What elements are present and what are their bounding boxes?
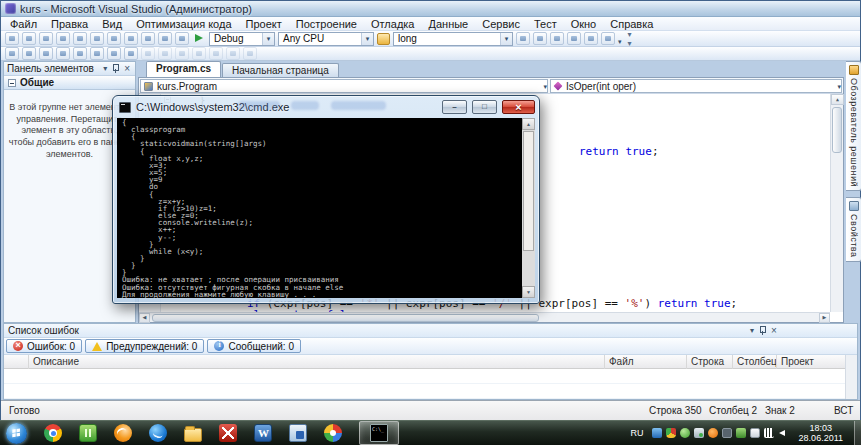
close-icon[interactable]	[122, 64, 132, 74]
menu-item[interactable]: Отладка	[364, 17, 421, 31]
properties-window-icon[interactable]	[533, 32, 547, 45]
taskbar-clock[interactable]: 18:03 28.06.2011	[792, 423, 850, 443]
menu-item[interactable]: Правка	[44, 17, 95, 31]
blue-doc-app-icon[interactable]	[289, 424, 307, 442]
send-to-back-icon[interactable]	[22, 47, 36, 60]
increase-indent-icon[interactable]	[90, 47, 104, 60]
insert-snippet-icon[interactable]	[124, 47, 138, 60]
undo-icon[interactable]	[141, 32, 155, 45]
antivirus-icon[interactable]	[680, 428, 690, 438]
page-forward-icon[interactable]	[226, 47, 240, 60]
error-filter-button[interactable]: Ошибок: 0	[6, 339, 82, 353]
editor-tab[interactable]: Начальная страница	[222, 63, 339, 77]
cut-icon[interactable]	[90, 32, 104, 45]
update-icon[interactable]	[652, 428, 662, 438]
error-list-header[interactable]: Список ошибок	[4, 324, 857, 338]
menu-item[interactable]: Вид	[95, 17, 129, 31]
redo-icon[interactable]	[158, 32, 172, 45]
save-icon[interactable]	[56, 32, 70, 45]
toolbar-overflow-icon[interactable]: ▾▾	[625, 30, 634, 48]
horizontal-scrollbar[interactable]	[139, 312, 830, 322]
start-debug-icon[interactable]	[192, 32, 206, 45]
collapse-icon[interactable]	[8, 79, 16, 87]
window-position-icon[interactable]	[101, 65, 109, 73]
paste-icon[interactable]	[124, 32, 138, 45]
menu-item[interactable]: Построение	[289, 17, 364, 31]
column-header[interactable]: Описание	[28, 355, 602, 369]
add-item-icon[interactable]	[22, 32, 36, 45]
menu-item[interactable]: Данные	[421, 17, 475, 31]
orange-app-icon[interactable]	[114, 424, 132, 442]
toolbox-icon[interactable]	[567, 32, 581, 45]
vertical-scrollbar[interactable]	[830, 94, 843, 312]
scrollbar-thumb[interactable]	[832, 107, 842, 153]
menu-item[interactable]: Сервис	[475, 17, 527, 31]
page-refresh-icon[interactable]	[243, 47, 257, 60]
adobe-reader-icon[interactable]	[219, 424, 237, 442]
page-icon[interactable]	[158, 47, 172, 60]
window-position-icon[interactable]	[748, 327, 756, 335]
media-app-icon[interactable]	[324, 424, 342, 442]
toolbox-header[interactable]: Панель элементов	[4, 62, 135, 76]
info-filter-button[interactable]: Сообщений: 0	[207, 339, 301, 353]
open-file-icon[interactable]	[39, 32, 53, 45]
scroll-up-icon[interactable]	[831, 94, 844, 105]
object-browser-icon[interactable]	[550, 32, 564, 45]
warning-filter-button[interactable]: Предупреждений: 0	[85, 339, 204, 353]
error-grid-body[interactable]	[4, 369, 857, 399]
scrollbar-thumb[interactable]	[152, 314, 539, 322]
types-combo[interactable]: kurs.Program	[140, 79, 548, 93]
auto-hide-pin-icon[interactable]	[759, 326, 766, 335]
audio-player-icon[interactable]	[79, 424, 97, 442]
volume-icon[interactable]	[778, 428, 788, 438]
find-combo[interactable]: long	[393, 32, 513, 46]
scroll-right-icon[interactable]	[819, 313, 830, 323]
chevron-down-icon[interactable]	[618, 30, 622, 48]
auto-hide-pin-icon[interactable]	[112, 64, 119, 73]
scroll-down-icon[interactable]	[522, 286, 535, 298]
copy-icon[interactable]	[107, 32, 121, 45]
chevron-down-icon[interactable]	[837, 80, 841, 92]
solution-explorer-icon[interactable]	[584, 32, 598, 45]
decrease-indent-icon[interactable]	[73, 47, 87, 60]
explorer-icon[interactable]	[184, 428, 202, 442]
column-header[interactable]: Строка	[686, 355, 730, 369]
find-in-files-icon[interactable]	[377, 33, 390, 45]
find-symbol-icon[interactable]	[516, 32, 530, 45]
chevron-down-icon[interactable]	[543, 80, 547, 92]
menu-item[interactable]: Тест	[527, 17, 564, 31]
chevron-down-icon[interactable]	[500, 33, 512, 45]
close-button[interactable]	[502, 100, 535, 114]
vertical-scrollbar[interactable]	[522, 118, 535, 298]
scroll-up-icon[interactable]	[522, 118, 535, 130]
cmd-titlebar[interactable]: C:\Windows\system32\cmd.exe	[113, 96, 539, 118]
show-desktop-button[interactable]	[854, 421, 861, 445]
console-viewport[interactable]: { classprogram { staticvoidmain(string[]…	[117, 118, 535, 298]
start-button[interactable]	[6, 423, 27, 444]
navigate-backward-icon[interactable]	[175, 32, 189, 45]
chevron-down-icon[interactable]	[262, 33, 274, 45]
close-icon[interactable]	[769, 326, 779, 336]
chevron-down-icon[interactable]	[361, 33, 373, 45]
solution-configurations-combo[interactable]: Debug	[209, 32, 275, 46]
word-icon[interactable]	[254, 424, 272, 442]
cmd-taskbar-button[interactable]	[359, 421, 399, 445]
format-font-icon[interactable]	[56, 47, 70, 60]
thunderbird-icon[interactable]	[149, 424, 167, 442]
solution-platforms-combo[interactable]: Any CPU	[278, 32, 374, 46]
align-center-icon[interactable]	[107, 47, 121, 60]
maximize-button[interactable]	[472, 100, 497, 114]
select-control-icon[interactable]	[5, 47, 19, 60]
vertical-scrollbar[interactable]	[845, 355, 857, 399]
menu-item[interactable]: Окно	[564, 17, 604, 31]
signal-icon[interactable]	[764, 428, 774, 438]
chrome-icon[interactable]	[44, 424, 62, 442]
network-drive-icon[interactable]	[736, 428, 746, 438]
language-indicator[interactable]: RU	[627, 428, 648, 438]
pointer-icon[interactable]	[39, 47, 53, 60]
vs-titlebar[interactable]: kurs - Microsoft Visual Studio (Админист…	[1, 1, 860, 17]
column-header[interactable]: Столбец	[732, 355, 774, 369]
command-window-icon[interactable]	[601, 32, 615, 45]
editor-tab[interactable]: Program.cs	[146, 61, 221, 77]
menu-item[interactable]: Справка	[603, 17, 660, 31]
